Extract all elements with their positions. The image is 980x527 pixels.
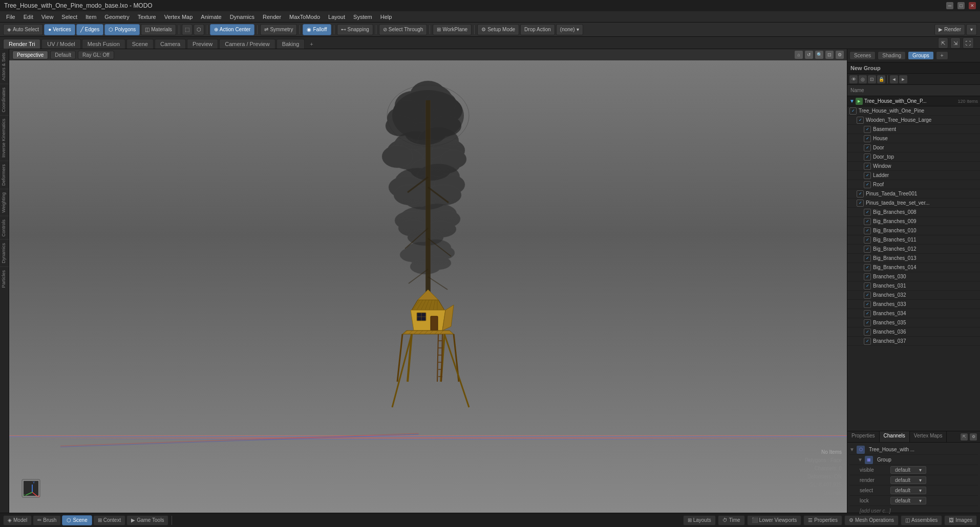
- bot-mesh-ops-btn[interactable]: ⚙ Mesh Operations: [844, 515, 899, 525]
- vp-home-icon[interactable]: ⌂: [795, 51, 803, 59]
- tab-camera[interactable]: Camera: [155, 39, 186, 49]
- bot-properties-btn[interactable]: ☰ Properties: [803, 515, 842, 525]
- materials-button[interactable]: ◫ Materials: [141, 24, 176, 35]
- none-dropdown-button[interactable]: (none) ▾: [556, 24, 583, 35]
- scene-tree-row[interactable]: ✓Big_Branches_012: [847, 245, 980, 254]
- vp-zoom-icon[interactable]: 🔍: [815, 51, 823, 59]
- tree-row-checkbox[interactable]: ✓: [857, 117, 864, 124]
- icon-btn-1[interactable]: ⬚: [182, 24, 193, 35]
- polygons-button[interactable]: ⬡ Polygons: [104, 24, 140, 35]
- tree-row-checkbox[interactable]: ✓: [864, 181, 871, 188]
- tab-channels[interactable]: Channels: [880, 431, 910, 442]
- tree-row-checkbox[interactable]: ✓: [864, 255, 871, 262]
- scene-tree-row[interactable]: ✓Branches_034: [847, 309, 980, 318]
- menu-system[interactable]: System: [349, 13, 376, 21]
- filter-select-icon[interactable]: ⊡: [868, 75, 876, 83]
- filter-lock-icon[interactable]: 🔒: [877, 75, 885, 83]
- filter-prev-icon[interactable]: ◄: [890, 75, 898, 83]
- scene-tree-row[interactable]: ✓Big_Branches_014: [847, 263, 980, 272]
- rp-shading-btn[interactable]: Shading: [878, 51, 906, 60]
- prop-tree-house-row[interactable]: ▼ ⬡ Tree_House_with ...: [849, 445, 978, 455]
- tree-row-checkbox[interactable]: ✓: [864, 292, 871, 299]
- prop-expand-icon[interactable]: ⇱: [961, 433, 968, 441]
- scene-tree-row[interactable]: ✓Pinus_taeda_tree_set_ver...: [847, 199, 980, 208]
- sidebar-tab-particles[interactable]: Particles: [0, 267, 9, 291]
- tree-row-checkbox[interactable]: ✓: [864, 319, 871, 326]
- bot-brush-btn[interactable]: ✏ Brush: [33, 515, 61, 525]
- bot-scene-btn[interactable]: ⬡ Scene: [62, 515, 92, 525]
- close-button[interactable]: ✕: [969, 2, 976, 9]
- vp-refresh-icon[interactable]: ↺: [805, 51, 813, 59]
- tab-camera-preview[interactable]: Camera / Preview: [219, 39, 275, 49]
- scene-tree-row[interactable]: ✓Ladder: [847, 171, 980, 180]
- scene-tree-row[interactable]: ✓Big_Branches_008: [847, 208, 980, 217]
- bot-model-btn[interactable]: ◈ Model: [3, 515, 32, 525]
- menu-item[interactable]: Item: [81, 13, 100, 21]
- tree-row-checkbox[interactable]: ✓: [864, 172, 871, 179]
- 3d-viewport[interactable]: Perspective Default Ray GL: Off ⌂ ↺ 🔍 ⊡ …: [9, 49, 847, 513]
- rp-plus-btn[interactable]: +: [936, 51, 948, 60]
- tree-row-checkbox[interactable]: ✓: [864, 218, 871, 225]
- select-through-button[interactable]: ⊘ Select Through: [379, 24, 428, 35]
- menu-vertex-map[interactable]: Vertex Map: [160, 13, 197, 21]
- prop-render-dropdown[interactable]: default ▾: [890, 476, 926, 484]
- filter-render-icon[interactable]: ◎: [859, 75, 867, 83]
- vp-settings-icon[interactable]: ⚙: [836, 51, 844, 59]
- scene-tree-row[interactable]: ✓House: [847, 134, 980, 143]
- menu-edit[interactable]: Edit: [19, 13, 37, 21]
- scene-tree-row[interactable]: ✓Branches_030: [847, 272, 980, 281]
- edges-button[interactable]: ╱ Edges: [76, 24, 103, 35]
- tree-row-checkbox[interactable]: ✓: [864, 338, 871, 345]
- scene-tree-row[interactable]: ✓Big_Branches_010: [847, 226, 980, 235]
- scene-tree-row[interactable]: ✓Branches_033: [847, 300, 980, 309]
- sidebar-tab-ik[interactable]: Inverse Kinematics: [0, 115, 9, 161]
- menu-dynamics[interactable]: Dynamics: [226, 13, 259, 21]
- rp-groups-btn[interactable]: Groups: [908, 51, 934, 60]
- scene-tree-row[interactable]: ✓Window: [847, 162, 980, 171]
- scene-tree-row[interactable]: ✓Big_Branches_013: [847, 254, 980, 263]
- tab-properties[interactable]: Properties: [847, 431, 880, 442]
- tab-vertex-maps[interactable]: Vertex Maps: [910, 431, 947, 442]
- scene-tree-row[interactable]: ✓Door_top: [847, 152, 980, 162]
- icon-btn-2[interactable]: ⬡: [194, 24, 204, 35]
- scene-tree-row[interactable]: ✓Branches_035: [847, 318, 980, 327]
- symmetry-button[interactable]: ⇌ Symmetry: [260, 24, 297, 35]
- sidebar-tab-coordinates[interactable]: Coordinates: [0, 84, 9, 116]
- tab-mesh-fusion[interactable]: Mesh Fusion: [82, 39, 125, 49]
- prop-select-dropdown[interactable]: default ▾: [890, 487, 926, 494]
- auto-select-button[interactable]: ◈ Auto Select: [3, 24, 43, 35]
- setup-mode-button[interactable]: ⚙ Setup Mode: [477, 24, 519, 35]
- tab-render-tri[interactable]: Render Tri: [3, 39, 40, 49]
- tab-scene[interactable]: Scene: [126, 39, 154, 49]
- tree-row-checkbox[interactable]: ✓: [864, 236, 871, 244]
- tree-row-checkbox[interactable]: ✓: [864, 153, 871, 161]
- bot-game-tools-btn[interactable]: ▶ Game Tools: [126, 515, 168, 525]
- prop-settings-icon[interactable]: ⚙: [970, 433, 977, 441]
- sidebar-tab-deformers[interactable]: Deformers: [0, 161, 9, 189]
- bot-time-btn[interactable]: ⏱ Time: [718, 515, 745, 525]
- tree-row-checkbox[interactable]: ✓: [864, 163, 871, 170]
- tab-baking[interactable]: Baking: [276, 39, 305, 49]
- menu-help[interactable]: Help: [376, 13, 396, 21]
- menu-view[interactable]: View: [37, 13, 58, 21]
- snapping-button[interactable]: ⊷ Snapping: [337, 24, 373, 35]
- scene-tree-row[interactable]: ✓Roof: [847, 180, 980, 189]
- drop-action-button[interactable]: Drop Action: [520, 24, 555, 35]
- scene-tree-row[interactable]: ✓Big_Branches_011: [847, 235, 980, 245]
- tree-row-checkbox[interactable]: ✓: [864, 328, 871, 336]
- menu-select[interactable]: Select: [57, 13, 81, 21]
- tab-add-button[interactable]: +: [306, 39, 317, 49]
- tree-row-checkbox[interactable]: ✓: [857, 190, 864, 197]
- prop-lock-dropdown[interactable]: default ▾: [890, 497, 926, 504]
- scene-tree-row[interactable]: ✓Basement: [847, 125, 980, 134]
- menu-file[interactable]: File: [2, 13, 19, 21]
- vp-default-tab[interactable]: Default: [50, 51, 76, 59]
- scene-tree-row[interactable]: ✓Pinus_Taeda_Tree001: [847, 189, 980, 199]
- tab-uv-model[interactable]: UV / Model: [41, 39, 80, 49]
- scene-tree-row[interactable]: ✓Big_Branches_009: [847, 217, 980, 226]
- menu-animate[interactable]: Animate: [197, 13, 225, 21]
- tree-row-checkbox[interactable]: ✓: [864, 135, 871, 142]
- filter-next-icon[interactable]: ►: [899, 75, 907, 83]
- sidebar-tab-dynamics[interactable]: Dynamics: [0, 239, 9, 267]
- tree-row-checkbox[interactable]: ✓: [864, 209, 871, 216]
